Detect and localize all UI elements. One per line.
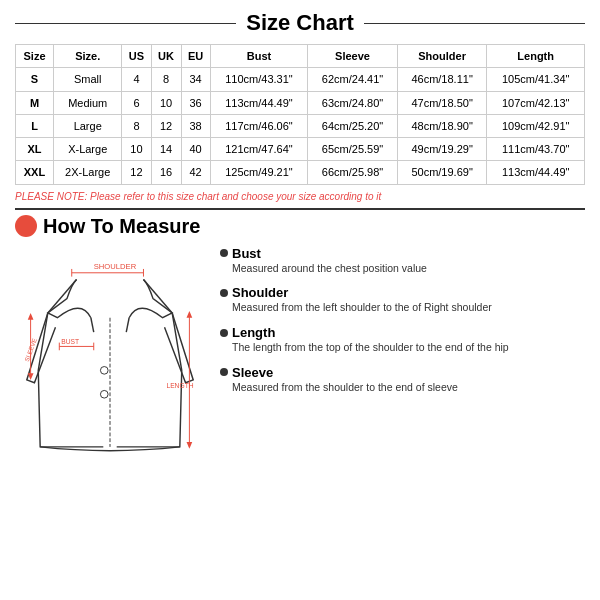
- measurement-title-row: Bust: [220, 246, 585, 261]
- table-header-cell: Size: [16, 45, 54, 68]
- table-cell: 40: [181, 138, 210, 161]
- table-cell: 38: [181, 114, 210, 137]
- table-cell: 4: [122, 68, 151, 91]
- measurement-item: BustMeasured around the chest position v…: [220, 246, 585, 276]
- measurement-title-row: Shoulder: [220, 285, 585, 300]
- table-cell: 12: [122, 161, 151, 184]
- table-cell: 36: [181, 91, 210, 114]
- measurement-item: ShoulderMeasured from the left shoulder …: [220, 285, 585, 315]
- table-cell: 8: [122, 114, 151, 137]
- svg-point-5: [100, 366, 108, 374]
- table-cell: Large: [53, 114, 121, 137]
- table-cell: 110cm/43.31": [210, 68, 308, 91]
- svg-text:LENGTH: LENGTH: [166, 381, 193, 388]
- table-cell: 107cm/42.13": [487, 91, 585, 114]
- table-cell: S: [16, 68, 54, 91]
- table-cell: M: [16, 91, 54, 114]
- table-cell: 42: [181, 161, 210, 184]
- measurement-description: The length from the top of the shoulder …: [232, 340, 585, 355]
- table-cell: 16: [151, 161, 181, 184]
- table-header-cell: Bust: [210, 45, 308, 68]
- table-header-row: SizeSize.USUKEUBustSleeveShoulderLength: [16, 45, 585, 68]
- table-cell: 109cm/42.91": [487, 114, 585, 137]
- measurement-title-row: Length: [220, 325, 585, 340]
- svg-marker-13: [28, 313, 34, 320]
- table-cell: 47cm/18.50": [397, 91, 487, 114]
- table-cell: Medium: [53, 91, 121, 114]
- measurement-title-text: Sleeve: [232, 365, 273, 380]
- coat-svg: SHOULDER: [15, 246, 205, 466]
- measurement-description: Measured from the left shoulder to the o…: [232, 300, 585, 315]
- table-row: LLarge81238117cm/46.06"64cm/25.20"48cm/1…: [16, 114, 585, 137]
- table-row: XXL2X-Large121642125cm/49.21"66cm/25.98"…: [16, 161, 585, 184]
- measurement-title-text: Bust: [232, 246, 261, 261]
- how-to-measure-section: How To Measure: [15, 208, 585, 238]
- bullet-icon: [220, 368, 228, 376]
- table-cell: 113cm/44.49": [487, 161, 585, 184]
- svg-point-6: [100, 390, 108, 398]
- coat-diagram: SHOULDER: [15, 246, 205, 469]
- table-cell: X-Large: [53, 138, 121, 161]
- table-cell: 62cm/24.41": [308, 68, 398, 91]
- measurement-description: Measured around the chest position value: [232, 261, 585, 276]
- bottom-section: SHOULDER: [15, 246, 585, 469]
- circle-icon: [15, 215, 37, 237]
- measurement-item: SleeveMeasured from the shoulder to the …: [220, 365, 585, 395]
- table-cell: 46cm/18.11": [397, 68, 487, 91]
- svg-marker-14: [28, 373, 34, 380]
- table-header-cell: Shoulder: [397, 45, 487, 68]
- table-cell: XXL: [16, 161, 54, 184]
- table-cell: 34: [181, 68, 210, 91]
- size-table: SizeSize.USUKEUBustSleeveShoulderLength …: [15, 44, 585, 185]
- table-cell: 49cm/19.29": [397, 138, 487, 161]
- table-cell: L: [16, 114, 54, 137]
- measurement-title-row: Sleeve: [220, 365, 585, 380]
- table-cell: 6: [122, 91, 151, 114]
- table-cell: 64cm/25.20": [308, 114, 398, 137]
- table-header-cell: Sleeve: [308, 45, 398, 68]
- svg-text:BUST: BUST: [61, 337, 79, 344]
- svg-marker-17: [187, 442, 193, 449]
- table-cell: 121cm/47.64": [210, 138, 308, 161]
- table-cell: 14: [151, 138, 181, 161]
- measurements-list: BustMeasured around the chest position v…: [215, 246, 585, 469]
- table-header-cell: US: [122, 45, 151, 68]
- table-header-cell: Length: [487, 45, 585, 68]
- table-cell: 48cm/18.90": [397, 114, 487, 137]
- svg-marker-16: [187, 311, 193, 318]
- table-cell: 50cm/19.69": [397, 161, 487, 184]
- page-container: Size Chart SizeSize.USUKEUBustSleeveShou…: [0, 0, 600, 600]
- page-title: Size Chart: [246, 10, 354, 36]
- table-header-cell: UK: [151, 45, 181, 68]
- table-row: XLX-Large101440121cm/47.64"65cm/25.59"49…: [16, 138, 585, 161]
- table-cell: 10: [151, 91, 181, 114]
- table-cell: 2X-Large: [53, 161, 121, 184]
- table-cell: 111cm/43.70": [487, 138, 585, 161]
- how-to-measure-title: How To Measure: [43, 215, 200, 238]
- title-line-left: [15, 23, 236, 24]
- please-note: PLEASE NOTE: Please refer to this size c…: [15, 191, 585, 202]
- table-cell: 10: [122, 138, 151, 161]
- table-cell: 125cm/49.21": [210, 161, 308, 184]
- table-cell: 8: [151, 68, 181, 91]
- title-line-right: [364, 23, 585, 24]
- svg-text:SHOULDER: SHOULDER: [94, 262, 137, 271]
- table-row: MMedium61036113cm/44.49"63cm/24.80"47cm/…: [16, 91, 585, 114]
- title-section: Size Chart: [15, 10, 585, 36]
- table-header-cell: EU: [181, 45, 210, 68]
- table-cell: XL: [16, 138, 54, 161]
- measurement-title-text: Length: [232, 325, 275, 340]
- bullet-icon: [220, 289, 228, 297]
- table-cell: 63cm/24.80": [308, 91, 398, 114]
- bullet-icon: [220, 249, 228, 257]
- table-cell: 117cm/46.06": [210, 114, 308, 137]
- table-cell: 12: [151, 114, 181, 137]
- table-cell: 105cm/41.34": [487, 68, 585, 91]
- table-cell: 66cm/25.98": [308, 161, 398, 184]
- table-row: SSmall4834110cm/43.31"62cm/24.41"46cm/18…: [16, 68, 585, 91]
- table-cell: Small: [53, 68, 121, 91]
- bullet-icon: [220, 329, 228, 337]
- measurement-description: Measured from the shoulder to the end of…: [232, 380, 585, 395]
- table-cell: 65cm/25.59": [308, 138, 398, 161]
- measurement-item: LengthThe length from the top of the sho…: [220, 325, 585, 355]
